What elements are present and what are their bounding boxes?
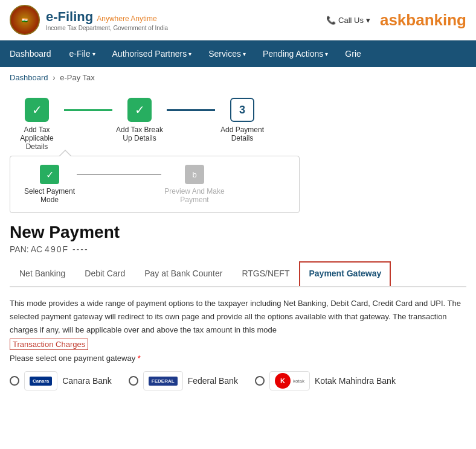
tab-content: This mode provides a wide range of payme… <box>0 287 476 400</box>
canara-bank-logo: Canara <box>24 371 57 390</box>
new-payment-section: New Payment PAN: AC 490F ---- <box>0 213 476 254</box>
dropdown-arrow-icon: ▾ <box>366 16 370 25</box>
progress-section: ✓ Add Tax Applicable Details ✓ Add Tax B… <box>0 88 476 213</box>
pending-arrow-icon: ▾ <box>325 51 328 57</box>
header: 🇮🇳 e-Filing Anywhere Anytime Income Tax … <box>0 0 476 40</box>
step-2-label: Add Tax Break Up Details <box>112 126 167 142</box>
services-arrow-icon: ▾ <box>243 51 246 57</box>
logo-text: e-Filing Anywhere Anytime Income Tax Dep… <box>46 9 168 31</box>
phone-icon: 📞 <box>326 16 336 25</box>
pan-info: PAN: AC 490F ---- <box>10 244 466 254</box>
radio-canara[interactable] <box>10 376 19 386</box>
kotak-bank-label: Kotak Mahindra Bank <box>315 376 396 386</box>
breadcrumb: Dashboard › e-Pay Tax <box>0 67 476 88</box>
askbanking-logo: askbanking <box>380 11 466 30</box>
step-2: ✓ Add Tax Break Up Details <box>112 98 167 142</box>
tabs-container: Net Banking Debit Card Pay at Bank Count… <box>10 261 466 287</box>
breadcrumb-current: e-Pay Tax <box>60 73 95 82</box>
step-3-circle: 3 <box>230 98 254 122</box>
select-gateway-label: Please select one payment gateway * <box>10 354 466 363</box>
outer-steps: ✓ Add Tax Applicable Details ✓ Add Tax B… <box>10 98 466 151</box>
canara-bank-label: Canara Bank <box>62 376 112 386</box>
pan-value: 490F ---- <box>45 244 88 254</box>
step-2-circle: ✓ <box>127 98 152 122</box>
step-1: ✓ Add Tax Applicable Details <box>10 98 64 151</box>
federal-bank-logo: FEDERAL <box>143 371 183 390</box>
bank-option-federal[interactable]: FEDERAL Federal Bank <box>129 371 238 390</box>
substep-line <box>77 174 161 175</box>
call-us[interactable]: 📞 Call Us ▾ <box>326 16 370 25</box>
step-1-label: Add Tax Applicable Details <box>10 126 64 151</box>
page-title: New Payment <box>10 223 466 242</box>
nav-item-efile[interactable]: e-File ▾ <box>61 40 104 67</box>
step-1-circle: ✓ <box>25 98 49 122</box>
step-3: 3 Add Payment Details <box>215 98 269 142</box>
tab-payment-gateway[interactable]: Payment Gateway <box>299 261 391 287</box>
breadcrumb-home[interactable]: Dashboard <box>10 73 48 82</box>
bank-option-kotak[interactable]: K kotak Kotak Mahindra Bank <box>255 371 396 390</box>
step-line-2 <box>167 109 215 111</box>
auth-partners-arrow-icon: ▾ <box>188 51 191 57</box>
nav-item-authorised-partners[interactable]: Authorised Partners ▾ <box>104 40 201 67</box>
required-asterisk: * <box>138 354 141 363</box>
nav-item-services[interactable]: Services ▾ <box>200 40 254 67</box>
header-right: 📞 Call Us ▾ askbanking <box>326 11 466 30</box>
bank-options: Canara Canara Bank FEDERAL Federal Bank … <box>10 371 466 390</box>
transaction-charges-link[interactable]: Transaction Charges <box>10 339 88 350</box>
substeps-arrow-inner <box>60 151 71 156</box>
substep-2: b Preview And Make Payment <box>161 165 228 204</box>
bank-option-canara[interactable]: Canara Canara Bank <box>10 371 112 390</box>
nav-item-dashboard[interactable]: Dashboard <box>0 40 61 67</box>
substep-1-label: Select Payment Mode <box>22 187 77 204</box>
step-3-label: Add Payment Details <box>215 126 269 142</box>
substeps-box: ✓ Select Payment Mode b Preview And Make… <box>10 156 300 213</box>
kotak-bank-logo: K kotak <box>269 371 310 390</box>
radio-kotak[interactable] <box>255 376 265 386</box>
step-line-1 <box>64 109 112 111</box>
substep-1: ✓ Select Payment Mode <box>22 165 77 204</box>
radio-federal[interactable] <box>129 376 138 386</box>
nav-item-pending-actions[interactable]: Pending Actions ▾ <box>254 40 336 67</box>
substep-2-circle: b <box>185 165 204 184</box>
tab-pay-bank-counter[interactable]: Pay at Bank Counter <box>135 261 232 287</box>
efile-arrow-icon: ▾ <box>92 51 95 57</box>
nav-item-griev[interactable]: Grie <box>336 40 369 67</box>
tab-rtgs-neft[interactable]: RTGS/NEFT <box>232 261 299 287</box>
logo-efiling-text: e-Filing <box>46 9 93 25</box>
payment-description: This mode provides a wide range of payme… <box>10 297 466 337</box>
emblem-icon: 🇮🇳 <box>10 5 40 35</box>
breadcrumb-separator: › <box>53 73 55 82</box>
logo: 🇮🇳 e-Filing Anywhere Anytime Income Tax … <box>10 5 168 35</box>
logo-tagline: Anywhere Anytime <box>97 14 156 23</box>
substep-2-label: Preview And Make Payment <box>161 187 228 204</box>
pan-label: PAN: AC <box>10 244 42 254</box>
navbar: Dashboard e-File ▾ Authorised Partners ▾… <box>0 40 476 67</box>
substep-1-circle: ✓ <box>40 165 59 184</box>
tab-debit-card[interactable]: Debit Card <box>75 261 135 287</box>
federal-bank-label: Federal Bank <box>188 376 238 386</box>
tab-net-banking[interactable]: Net Banking <box>10 261 75 287</box>
logo-subtitle: Income Tax Department, Government of Ind… <box>46 25 168 31</box>
